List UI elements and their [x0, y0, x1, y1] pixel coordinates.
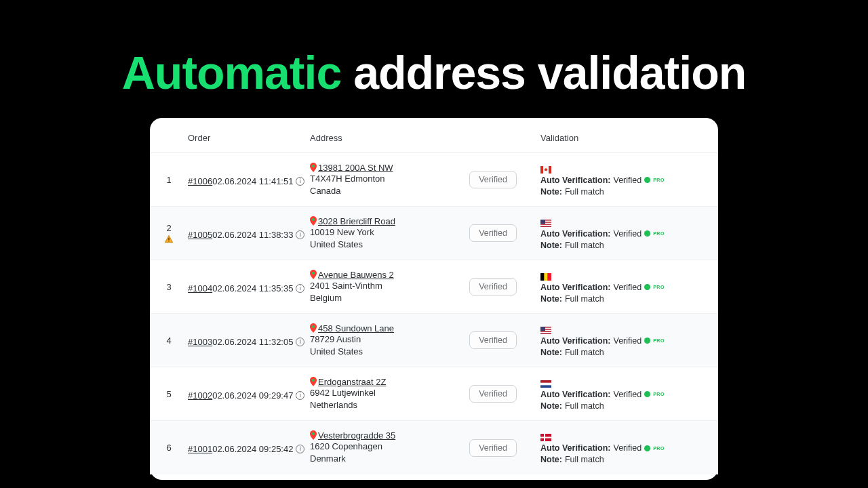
auto-verification-line: Auto Verification:VerifiedPRO [540, 336, 718, 346]
hero: Automatic address validation [0, 0, 868, 118]
svg-point-5 [312, 325, 315, 328]
auto-verification-line: Auto Verification:VerifiedPRO [540, 229, 718, 239]
note-line: Note:Full match [540, 348, 718, 357]
badge-cell: Verified [446, 367, 540, 421]
verified-badge[interactable]: Verified [469, 171, 517, 188]
status-dot-icon [644, 391, 650, 397]
verified-badge[interactable]: Verified [469, 224, 517, 242]
pro-tag: PRO [653, 392, 665, 396]
map-pin-icon [310, 323, 317, 333]
note-label: Note: [540, 401, 562, 411]
auto-verification-label: Auto Verification: [540, 390, 610, 399]
status-dot-icon [644, 284, 650, 290]
auto-verification-line: Auto Verification:VerifiedPRO [540, 176, 718, 185]
note-line: Note:Full match [540, 455, 718, 464]
address-link[interactable]: 458 Sundown Lane [318, 323, 394, 333]
col-header-badge [446, 126, 540, 153]
info-icon[interactable]: i [296, 338, 304, 346]
address-link[interactable]: Avenue Bauwens 2 [318, 270, 394, 280]
verified-badge[interactable]: Verified [469, 385, 517, 403]
address-line2: 78729 Austin [310, 333, 446, 346]
order-timestamp-text: 02.06.2024 11:35:35 [212, 283, 293, 293]
svg-point-3 [312, 218, 315, 221]
map-pin-icon [310, 377, 317, 386]
address-link[interactable]: Vesterbrogradde 35 [318, 430, 395, 441]
validation-cell: Auto Verification:VerifiedPRONote:Full m… [540, 153, 718, 207]
verified-badge[interactable]: Verified [469, 278, 517, 296]
pro-tag: PRO [653, 231, 665, 236]
auto-verification-value: Verified [613, 176, 642, 185]
row-index-cell: 5 [150, 367, 188, 421]
row-index: 4 [166, 336, 171, 346]
table-row: 5#100202.06.2024 09:29:47iErdoganstraat … [150, 367, 718, 421]
flag-icon [540, 326, 551, 333]
note-line: Note:Full match [540, 294, 718, 304]
address-link[interactable]: 3028 Briercliff Road [318, 216, 395, 226]
order-timestamp-text: 02.06.2024 09:25:42 [212, 444, 293, 454]
badge-cell: Verified [446, 260, 540, 314]
address-country: Canada [310, 185, 446, 197]
info-icon[interactable]: i [296, 177, 304, 186]
note-value: Full match [565, 187, 604, 197]
address-line2: T4X47H Edmonton [310, 173, 446, 185]
row-index-cell: 6 [150, 421, 188, 474]
flag-icon [540, 272, 551, 280]
note-line: Note:Full match [540, 401, 718, 411]
info-icon[interactable]: i [296, 284, 304, 293]
address-cell: 458 Sundown Lane78729 AustinUnited State… [310, 314, 446, 367]
info-icon[interactable]: i [296, 445, 304, 453]
address-link[interactable]: 13981 200A St NW [318, 163, 393, 173]
row-index: 6 [166, 443, 171, 453]
address-country: Netherlands [310, 399, 446, 411]
address-cell: 13981 200A St NWT4X47H EdmontonCanada [310, 153, 446, 207]
verified-badge[interactable]: Verified [469, 439, 517, 457]
order-link[interactable]: #1002 [188, 390, 212, 401]
address-line2: 2401 Saint-Vinthm [310, 280, 446, 292]
pro-tag: PRO [653, 178, 665, 182]
auto-verification-line: Auto Verification:VerifiedPRO [540, 443, 718, 453]
auto-verification-value: Verified [613, 283, 642, 292]
row-index: 2 [166, 223, 171, 233]
table-row: 1#100602.06.2024 11:41:51i13981 200A St … [150, 153, 718, 207]
row-index: 3 [166, 282, 171, 292]
note-line: Note:Full match [540, 187, 718, 197]
title-accent: Automatic [122, 47, 341, 98]
order-link[interactable]: #1003 [188, 337, 212, 347]
info-icon[interactable]: i [296, 391, 304, 400]
note-label: Note: [540, 241, 562, 250]
row-index: 1 [166, 175, 171, 185]
svg-rect-1 [168, 237, 169, 240]
svg-point-6 [312, 379, 315, 382]
svg-point-4 [312, 272, 315, 274]
verified-badge[interactable]: Verified [469, 331, 517, 349]
note-label: Note: [540, 187, 562, 197]
order-timestamp: 02.06.2024 11:32:05i [212, 337, 304, 347]
order-link[interactable]: #1004 [188, 283, 212, 293]
col-header-index [150, 126, 188, 153]
address-line2: 1620 Copenhagen [310, 441, 446, 453]
page-title: Automatic address validation [0, 46, 868, 99]
auto-verification-label: Auto Verification: [540, 229, 610, 239]
order-cell: #100202.06.2024 09:29:47i [188, 367, 310, 421]
order-link[interactable]: #1005 [188, 230, 212, 240]
col-header-address: Address [310, 126, 446, 153]
row-index-cell: 2 [150, 207, 188, 260]
pro-tag: PRO [653, 285, 665, 289]
order-cell: #100502.06.2024 11:38:33i [188, 207, 310, 260]
order-timestamp-text: 02.06.2024 09:29:47 [212, 390, 293, 401]
order-link[interactable]: #1006 [188, 176, 212, 186]
note-value: Full match [565, 348, 604, 357]
orders-table: Order Address Validation 1#100602.06.202… [150, 126, 718, 474]
order-link[interactable]: #1001 [188, 444, 212, 454]
flag-icon [540, 165, 551, 173]
pro-tag: PRO [653, 338, 665, 343]
info-icon[interactable]: i [296, 230, 304, 239]
auto-verification-label: Auto Verification: [540, 176, 610, 185]
badge-cell: Verified [446, 314, 540, 367]
order-timestamp-text: 02.06.2024 11:38:33 [212, 230, 293, 240]
map-pin-icon [310, 163, 317, 172]
address-link[interactable]: Erdoganstraat 2Z [318, 377, 386, 387]
auto-verification-line: Auto Verification:VerifiedPRO [540, 390, 718, 399]
order-timestamp: 02.06.2024 09:29:47i [212, 390, 304, 401]
pro-tag: PRO [653, 446, 665, 451]
